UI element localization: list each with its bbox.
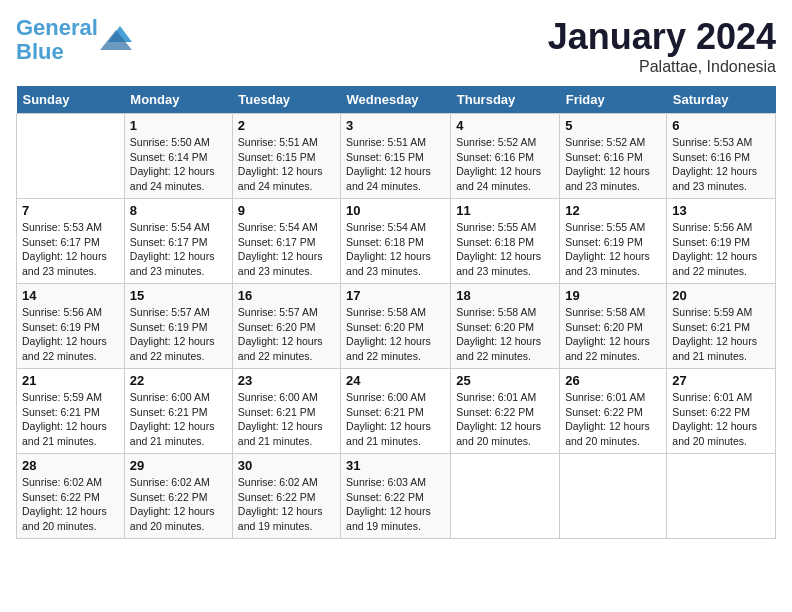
day-info: Sunrise: 6:01 AMSunset: 6:22 PMDaylight:… <box>672 390 770 449</box>
day-info: Sunrise: 5:56 AMSunset: 6:19 PMDaylight:… <box>22 305 119 364</box>
day-number: 11 <box>456 203 554 218</box>
day-info: Sunrise: 5:55 AMSunset: 6:19 PMDaylight:… <box>565 220 661 279</box>
day-number: 6 <box>672 118 770 133</box>
day-info: Sunrise: 5:54 AMSunset: 6:17 PMDaylight:… <box>238 220 335 279</box>
calendar-cell: 20Sunrise: 5:59 AMSunset: 6:21 PMDayligh… <box>667 284 776 369</box>
day-number: 26 <box>565 373 661 388</box>
day-header-thursday: Thursday <box>451 86 560 114</box>
calendar-cell: 30Sunrise: 6:02 AMSunset: 6:22 PMDayligh… <box>232 454 340 539</box>
day-info: Sunrise: 6:02 AMSunset: 6:22 PMDaylight:… <box>238 475 335 534</box>
day-number: 5 <box>565 118 661 133</box>
day-number: 12 <box>565 203 661 218</box>
day-header-sunday: Sunday <box>17 86 125 114</box>
calendar-cell: 7Sunrise: 5:53 AMSunset: 6:17 PMDaylight… <box>17 199 125 284</box>
day-info: Sunrise: 5:54 AMSunset: 6:18 PMDaylight:… <box>346 220 445 279</box>
calendar-cell: 18Sunrise: 5:58 AMSunset: 6:20 PMDayligh… <box>451 284 560 369</box>
day-number: 15 <box>130 288 227 303</box>
page-header: GeneralBlue January 2024 Palattae, Indon… <box>16 16 776 76</box>
calendar-cell: 15Sunrise: 5:57 AMSunset: 6:19 PMDayligh… <box>124 284 232 369</box>
day-info: Sunrise: 5:52 AMSunset: 6:16 PMDaylight:… <box>456 135 554 194</box>
calendar-table: SundayMondayTuesdayWednesdayThursdayFrid… <box>16 86 776 539</box>
calendar-cell: 23Sunrise: 6:00 AMSunset: 6:21 PMDayligh… <box>232 369 340 454</box>
day-number: 7 <box>22 203 119 218</box>
day-number: 22 <box>130 373 227 388</box>
calendar-cell: 27Sunrise: 6:01 AMSunset: 6:22 PMDayligh… <box>667 369 776 454</box>
calendar-cell: 8Sunrise: 5:54 AMSunset: 6:17 PMDaylight… <box>124 199 232 284</box>
day-number: 9 <box>238 203 335 218</box>
calendar-cell <box>17 114 125 199</box>
day-info: Sunrise: 5:58 AMSunset: 6:20 PMDaylight:… <box>565 305 661 364</box>
calendar-cell: 10Sunrise: 5:54 AMSunset: 6:18 PMDayligh… <box>341 199 451 284</box>
day-number: 24 <box>346 373 445 388</box>
calendar-cell <box>451 454 560 539</box>
day-info: Sunrise: 5:59 AMSunset: 6:21 PMDaylight:… <box>22 390 119 449</box>
calendar-cell: 22Sunrise: 6:00 AMSunset: 6:21 PMDayligh… <box>124 369 232 454</box>
location: Palattae, Indonesia <box>548 58 776 76</box>
day-number: 4 <box>456 118 554 133</box>
month-title: January 2024 <box>548 16 776 58</box>
day-info: Sunrise: 6:01 AMSunset: 6:22 PMDaylight:… <box>565 390 661 449</box>
calendar-cell <box>560 454 667 539</box>
day-info: Sunrise: 5:53 AMSunset: 6:17 PMDaylight:… <box>22 220 119 279</box>
calendar-cell: 11Sunrise: 5:55 AMSunset: 6:18 PMDayligh… <box>451 199 560 284</box>
day-info: Sunrise: 5:53 AMSunset: 6:16 PMDaylight:… <box>672 135 770 194</box>
day-info: Sunrise: 5:58 AMSunset: 6:20 PMDaylight:… <box>346 305 445 364</box>
day-number: 27 <box>672 373 770 388</box>
calendar-week-3: 14Sunrise: 5:56 AMSunset: 6:19 PMDayligh… <box>17 284 776 369</box>
day-info: Sunrise: 5:57 AMSunset: 6:19 PMDaylight:… <box>130 305 227 364</box>
day-number: 28 <box>22 458 119 473</box>
calendar-cell: 1Sunrise: 5:50 AMSunset: 6:14 PMDaylight… <box>124 114 232 199</box>
day-number: 29 <box>130 458 227 473</box>
calendar-week-5: 28Sunrise: 6:02 AMSunset: 6:22 PMDayligh… <box>17 454 776 539</box>
calendar-cell: 21Sunrise: 5:59 AMSunset: 6:21 PMDayligh… <box>17 369 125 454</box>
calendar-cell: 16Sunrise: 5:57 AMSunset: 6:20 PMDayligh… <box>232 284 340 369</box>
day-info: Sunrise: 5:51 AMSunset: 6:15 PMDaylight:… <box>346 135 445 194</box>
day-number: 16 <box>238 288 335 303</box>
logo-text: GeneralBlue <box>16 16 98 64</box>
day-info: Sunrise: 6:02 AMSunset: 6:22 PMDaylight:… <box>130 475 227 534</box>
calendar-cell: 3Sunrise: 5:51 AMSunset: 6:15 PMDaylight… <box>341 114 451 199</box>
day-info: Sunrise: 5:59 AMSunset: 6:21 PMDaylight:… <box>672 305 770 364</box>
day-info: Sunrise: 5:50 AMSunset: 6:14 PMDaylight:… <box>130 135 227 194</box>
calendar-cell: 12Sunrise: 5:55 AMSunset: 6:19 PMDayligh… <box>560 199 667 284</box>
day-header-tuesday: Tuesday <box>232 86 340 114</box>
day-number: 18 <box>456 288 554 303</box>
day-number: 25 <box>456 373 554 388</box>
day-info: Sunrise: 6:00 AMSunset: 6:21 PMDaylight:… <box>346 390 445 449</box>
calendar-cell: 13Sunrise: 5:56 AMSunset: 6:19 PMDayligh… <box>667 199 776 284</box>
day-header-saturday: Saturday <box>667 86 776 114</box>
day-number: 31 <box>346 458 445 473</box>
day-info: Sunrise: 5:55 AMSunset: 6:18 PMDaylight:… <box>456 220 554 279</box>
day-number: 13 <box>672 203 770 218</box>
day-number: 2 <box>238 118 335 133</box>
calendar-cell: 9Sunrise: 5:54 AMSunset: 6:17 PMDaylight… <box>232 199 340 284</box>
day-info: Sunrise: 5:56 AMSunset: 6:19 PMDaylight:… <box>672 220 770 279</box>
day-info: Sunrise: 6:01 AMSunset: 6:22 PMDaylight:… <box>456 390 554 449</box>
day-header-wednesday: Wednesday <box>341 86 451 114</box>
day-info: Sunrise: 6:03 AMSunset: 6:22 PMDaylight:… <box>346 475 445 534</box>
title-block: January 2024 Palattae, Indonesia <box>548 16 776 76</box>
day-number: 20 <box>672 288 770 303</box>
calendar-week-2: 7Sunrise: 5:53 AMSunset: 6:17 PMDaylight… <box>17 199 776 284</box>
calendar-cell <box>667 454 776 539</box>
calendar-cell: 2Sunrise: 5:51 AMSunset: 6:15 PMDaylight… <box>232 114 340 199</box>
logo-icon <box>100 22 132 50</box>
day-header-friday: Friday <box>560 86 667 114</box>
day-number: 10 <box>346 203 445 218</box>
day-info: Sunrise: 5:52 AMSunset: 6:16 PMDaylight:… <box>565 135 661 194</box>
calendar-cell: 28Sunrise: 6:02 AMSunset: 6:22 PMDayligh… <box>17 454 125 539</box>
day-header-monday: Monday <box>124 86 232 114</box>
logo: GeneralBlue <box>16 16 132 64</box>
day-info: Sunrise: 6:00 AMSunset: 6:21 PMDaylight:… <box>130 390 227 449</box>
calendar-cell: 19Sunrise: 5:58 AMSunset: 6:20 PMDayligh… <box>560 284 667 369</box>
calendar-week-4: 21Sunrise: 5:59 AMSunset: 6:21 PMDayligh… <box>17 369 776 454</box>
calendar-cell: 25Sunrise: 6:01 AMSunset: 6:22 PMDayligh… <box>451 369 560 454</box>
day-number: 1 <box>130 118 227 133</box>
calendar-cell: 6Sunrise: 5:53 AMSunset: 6:16 PMDaylight… <box>667 114 776 199</box>
calendar-week-1: 1Sunrise: 5:50 AMSunset: 6:14 PMDaylight… <box>17 114 776 199</box>
day-info: Sunrise: 5:54 AMSunset: 6:17 PMDaylight:… <box>130 220 227 279</box>
day-info: Sunrise: 5:58 AMSunset: 6:20 PMDaylight:… <box>456 305 554 364</box>
calendar-cell: 5Sunrise: 5:52 AMSunset: 6:16 PMDaylight… <box>560 114 667 199</box>
day-info: Sunrise: 5:57 AMSunset: 6:20 PMDaylight:… <box>238 305 335 364</box>
day-number: 3 <box>346 118 445 133</box>
